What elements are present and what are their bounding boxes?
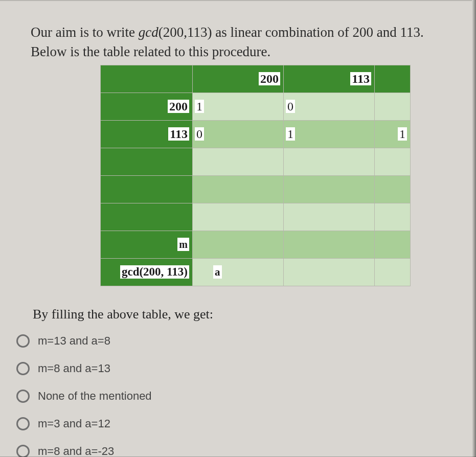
row-label: 200 bbox=[101, 93, 193, 120]
cell-a: a bbox=[193, 258, 284, 286]
table-row: 200 1 0 bbox=[101, 93, 411, 120]
option-1[interactable]: m=13 and a=8 bbox=[16, 334, 461, 348]
cell bbox=[193, 203, 284, 231]
cell bbox=[375, 175, 411, 203]
table-header-row: 200 113 bbox=[101, 65, 411, 93]
radio-icon bbox=[16, 445, 30, 457]
table-row: 113 0 1 1 bbox=[101, 120, 411, 148]
cell bbox=[193, 231, 284, 258]
cell bbox=[193, 175, 284, 203]
option-3[interactable]: None of the mentioned bbox=[16, 390, 461, 403]
radio-icon bbox=[16, 390, 30, 403]
answer-options: m=13 and a=8 m=8 and a=13 None of the me… bbox=[16, 334, 461, 457]
header-blank bbox=[101, 65, 193, 93]
cell bbox=[193, 148, 284, 175]
table-row bbox=[101, 203, 411, 231]
header-col-113: 113 bbox=[284, 65, 375, 93]
row-label bbox=[101, 148, 193, 175]
cell bbox=[284, 148, 375, 175]
cell bbox=[375, 93, 411, 120]
euclid-table: 200 113 200 1 0 113 0 1 1 bbox=[100, 65, 411, 286]
question-page: Our aim is to write gcd(200,113) as line… bbox=[0, 0, 476, 457]
cell: 0 bbox=[193, 120, 284, 148]
option-4[interactable]: m=3 and a=12 bbox=[16, 417, 461, 430]
cell bbox=[375, 148, 411, 175]
table-row: gcd(200, 113) a bbox=[101, 258, 411, 286]
row-label-gcd: gcd(200, 113) bbox=[101, 258, 193, 286]
cell: 0 bbox=[284, 93, 375, 120]
option-label: m=13 and a=8 bbox=[38, 335, 110, 347]
cell bbox=[284, 231, 375, 258]
cell bbox=[375, 203, 411, 231]
followup-text: By filling the above table, we get: bbox=[33, 307, 461, 322]
row-label bbox=[101, 203, 193, 231]
euclid-table-wrap: 200 113 200 1 0 113 0 1 1 bbox=[100, 65, 461, 286]
option-5[interactable]: m=8 and a=-23 bbox=[16, 445, 461, 457]
intro-gcd: gcd bbox=[139, 25, 158, 40]
page-edge-top bbox=[0, 0, 472, 1]
intro-pre: Our aim is to write bbox=[31, 25, 139, 40]
row-label-m: m bbox=[101, 231, 193, 258]
radio-icon bbox=[16, 334, 30, 348]
page-edge-right bbox=[472, 0, 476, 457]
cell bbox=[375, 231, 411, 258]
cell bbox=[284, 175, 375, 203]
option-label: m=3 and a=12 bbox=[38, 418, 110, 429]
cell: 1 bbox=[193, 93, 284, 120]
radio-icon bbox=[16, 362, 30, 375]
table-row: m bbox=[101, 231, 411, 258]
option-label: None of the mentioned bbox=[38, 391, 152, 402]
option-label: m=8 and a=13 bbox=[38, 363, 110, 374]
table-row bbox=[101, 148, 411, 175]
intro-args: (200,113) bbox=[158, 25, 212, 40]
row-label bbox=[101, 175, 193, 203]
option-2[interactable]: m=8 and a=13 bbox=[16, 362, 461, 375]
cell bbox=[375, 258, 411, 286]
option-label: m=8 and a=-23 bbox=[38, 446, 114, 457]
table-row bbox=[101, 175, 411, 203]
cell: 1 bbox=[375, 120, 411, 148]
question-intro: Our aim is to write gcd(200,113) as line… bbox=[31, 23, 455, 62]
cell bbox=[284, 203, 375, 231]
cell bbox=[284, 258, 375, 286]
row-label: 113 bbox=[101, 120, 193, 148]
header-col-200: 200 bbox=[193, 65, 284, 93]
radio-icon bbox=[16, 417, 30, 430]
header-col-q bbox=[375, 65, 411, 93]
cell: 1 bbox=[284, 120, 375, 148]
